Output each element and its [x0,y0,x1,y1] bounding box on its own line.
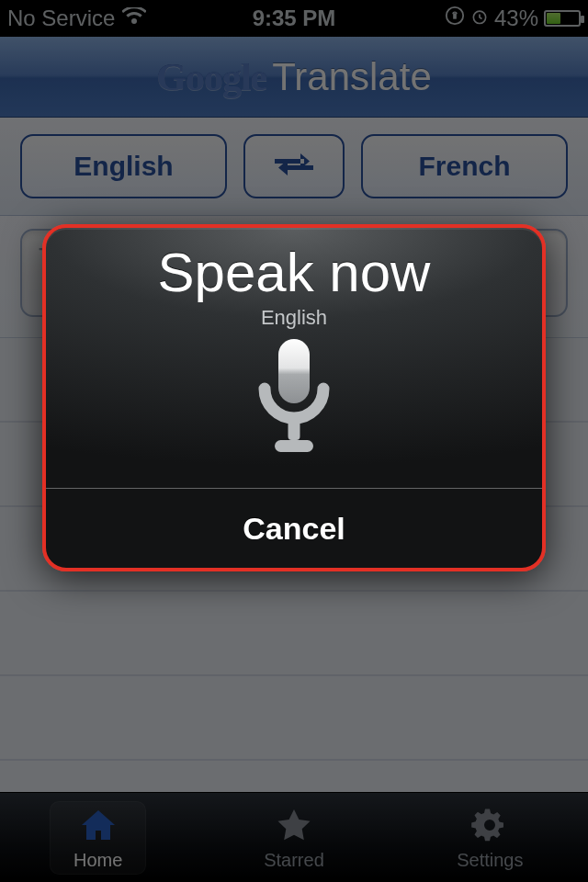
svg-rect-6 [288,418,300,440]
speak-now-modal: Speak now English Cancel [42,224,546,571]
modal-title: Speak now [46,241,542,304]
svg-rect-5 [278,339,310,403]
cancel-button[interactable]: Cancel [46,489,542,568]
modal-subtitle: English [46,306,542,330]
modal-microphone [46,335,542,466]
svg-rect-7 [275,440,313,452]
microphone-icon [249,335,339,466]
